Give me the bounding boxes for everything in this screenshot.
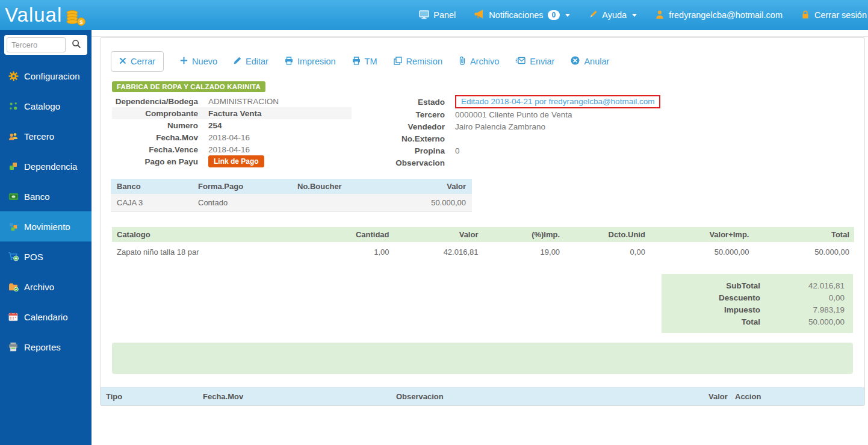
panel-menu-item[interactable]: Panel	[419, 10, 456, 21]
total-label: SubTotal	[670, 281, 760, 290]
sidebar: Configuracion Catalogo	[0, 30, 91, 445]
megaphone-icon	[474, 9, 485, 21]
printer-icon	[8, 342, 19, 352]
archivo-button[interactable]: Archivo	[459, 56, 499, 67]
field-row-fecha-mov: Fecha.Mov 2018-04-16	[112, 131, 352, 143]
field-label: Pago en Payu	[112, 157, 208, 166]
remision-button[interactable]: Remision	[394, 57, 442, 67]
topbar-menu: Panel Notificaciones 0	[419, 9, 868, 21]
sidebar-item-label: POS	[24, 252, 43, 262]
column-header: Tipo	[101, 392, 203, 401]
field-value: Editado 2018-04-21 por fredyrangelcba@ho…	[455, 95, 660, 108]
editar-label: Editar	[246, 57, 268, 66]
field-value: 0	[455, 146, 460, 155]
cell-dcto: 0,00	[565, 242, 650, 262]
plus-icon	[180, 57, 188, 66]
sidebar-item-calendario[interactable]: Calendario	[0, 302, 91, 332]
field-label: Observacion	[352, 158, 455, 167]
anular-button[interactable]: Anular	[571, 56, 609, 67]
sidebar-item-label: Tercero	[24, 131, 54, 142]
table-row: Zapato niño talla 18 par 1,00 42.016,81 …	[112, 242, 854, 262]
chevron-down-icon	[565, 14, 570, 17]
field-value: 2018-04-16	[208, 145, 250, 154]
divider	[91, 36, 868, 37]
squares-icon	[8, 161, 19, 171]
sidebar-menu: Configuracion Catalogo	[0, 61, 91, 362]
cerrar-label: Cerrar	[131, 57, 155, 66]
notifications-count-badge: 0	[548, 10, 560, 20]
people-icon	[8, 132, 19, 141]
sidebar-item-archivo[interactable]: Archivo	[0, 272, 91, 302]
sidebar-item-label: Movimiento	[24, 222, 70, 232]
field-row-no-externo: No.Externo	[352, 132, 855, 145]
remision-label: Remision	[406, 57, 442, 66]
sidebar-item-dependencia[interactable]: Dependencia	[0, 151, 91, 181]
field-value: Jairo Palencia Zambrano	[455, 122, 545, 131]
search-button[interactable]	[66, 35, 87, 55]
field-label: Vendedor	[352, 122, 455, 131]
sidebar-item-reportes[interactable]: Reportes	[0, 332, 91, 362]
column-header: Total	[754, 227, 855, 242]
cerrar-button[interactable]: Cerrar	[111, 51, 164, 72]
sidebar-item-catalogo[interactable]: Catalogo	[0, 91, 91, 121]
table-header-row: Banco Forma.Pago No.Boucher Valor	[111, 179, 472, 194]
sidebar-item-pos[interactable]: POS	[0, 241, 91, 272]
cell-valor: 42.016,81	[394, 242, 483, 262]
field-row-observacion: Observacion	[352, 157, 855, 169]
estado-link[interactable]: Editado 2018-04-21 por fredyrangelcba@ho…	[461, 97, 654, 106]
tm-button[interactable]: TM	[352, 57, 377, 67]
notifications-menu-item[interactable]: Notificaciones 0	[474, 9, 570, 21]
enviar-button[interactable]: Enviar	[515, 57, 554, 66]
paperclip-icon	[459, 56, 466, 67]
logout-menu-item[interactable]: Cerrar sesión	[801, 10, 867, 21]
cell-catalogo: Zapato niño talla 18 par	[112, 242, 335, 262]
cell-cantidad: 1,00	[335, 242, 394, 262]
right-field-column: Estado Editado 2018-04-21 por fredyrange…	[352, 95, 855, 169]
total-value: 42.016,81	[760, 281, 845, 290]
sidebar-item-movimiento[interactable]: Movimiento	[0, 211, 91, 241]
badge-row: FABRICA DE ROPA Y CALZADO KARINITA	[101, 76, 864, 93]
cell-valor: 50.000,00	[400, 194, 472, 212]
history-table-header: Tipo Fecha.Mov Observacion Valor Accion	[101, 387, 864, 405]
column-header: Observacion	[396, 392, 708, 401]
search-input[interactable]	[7, 37, 66, 52]
chevron-down-icon	[632, 14, 637, 17]
cell-valor-imp: 50.000,00	[650, 242, 754, 262]
total-label: Total	[670, 317, 760, 326]
field-value: 254	[208, 121, 222, 130]
totals-box: SubTotal 42.016,81 Descuento 0,00 Impues…	[662, 274, 853, 333]
toolbar: Cerrar Nuevo Editar Impresion	[101, 38, 864, 76]
cell-total: 50.000,00	[754, 242, 855, 262]
field-row-estado: Estado Editado 2018-04-21 por fredyrange…	[352, 95, 855, 108]
gear-icon	[8, 71, 19, 81]
anular-label: Anular	[584, 57, 609, 66]
pencil-icon	[588, 10, 598, 21]
link-de-pago-button[interactable]: Link de Pago	[208, 155, 264, 167]
enviar-label: Enviar	[530, 57, 554, 66]
pencil-icon	[234, 57, 241, 66]
sidebar-item-label: Configuracion	[24, 71, 80, 81]
estado-highlight-box: Editado 2018-04-21 por fredyrangelcba@ho…	[455, 95, 660, 108]
impresion-button[interactable]: Impresion	[285, 57, 336, 67]
column-header: Fecha.Mov	[203, 392, 396, 401]
field-row-dependencia-bodega: Dependencia/Bodega ADMINISTRACION	[112, 95, 352, 107]
user-menu-item[interactable]: fredyrangelcba@hotmail.com	[655, 10, 783, 21]
company-badge: FABRICA DE ROPA Y CALZADO KARINITA	[112, 81, 265, 92]
sidebar-search	[4, 35, 87, 55]
cell-imp: 19,00	[483, 242, 565, 262]
nuevo-button[interactable]: Nuevo	[180, 57, 217, 66]
editar-button[interactable]: Editar	[234, 57, 268, 66]
logout-label: Cerrar sesión	[814, 10, 867, 20]
sidebar-item-banco[interactable]: Banco	[0, 181, 91, 211]
dots-icon	[8, 102, 19, 111]
sidebar-item-tercero[interactable]: Tercero	[0, 121, 91, 151]
sidebar-item-configuracion[interactable]: Configuracion	[0, 61, 91, 91]
help-menu-item[interactable]: Ayuda	[588, 10, 637, 21]
column-header: (%)Imp.	[483, 227, 565, 242]
logo[interactable]: Valual $	[0, 1, 87, 29]
field-value: 2018-04-16	[208, 133, 250, 142]
monitor-icon	[419, 10, 429, 21]
table-header-row: Catalogo Cantidad Valor (%)Imp. Dcto.Uni…	[112, 227, 854, 242]
svg-text:$: $	[80, 19, 83, 25]
field-label: Numero	[112, 121, 208, 130]
